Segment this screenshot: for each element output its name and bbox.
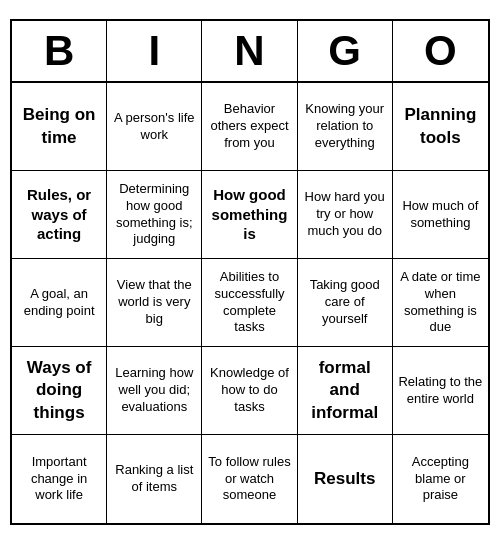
bingo-cell-14: A date or time when something is due [393,259,488,347]
bingo-cell-18: formal and informal [298,347,393,435]
bingo-cell-5: Rules, or ways of acting [12,171,107,259]
bingo-letter-n: N [202,21,297,81]
bingo-cell-7: How good something is [202,171,297,259]
bingo-letter-b: B [12,21,107,81]
bingo-cell-0: Being on time [12,83,107,171]
bingo-cell-6: Determining how good something is; judgi… [107,171,202,259]
bingo-cell-2: Behavior others expect from you [202,83,297,171]
bingo-cell-3: Knowing your relation to everything [298,83,393,171]
bingo-cell-8: How hard you try or how much you do [298,171,393,259]
bingo-letter-o: O [393,21,488,81]
bingo-letter-g: G [298,21,393,81]
bingo-cell-12: Abilities to successfully complete tasks [202,259,297,347]
bingo-cell-23: Results [298,435,393,523]
bingo-grid: Being on timeA person's life workBehavio… [12,83,488,523]
bingo-cell-15: Ways of doing things [12,347,107,435]
bingo-cell-19: Relating to the entire world [393,347,488,435]
bingo-cell-13: Taking good care of yourself [298,259,393,347]
bingo-cell-20: Important change in work life [12,435,107,523]
bingo-cell-24: Accepting blame or praise [393,435,488,523]
bingo-card: BINGO Being on timeA person's life workB… [10,19,490,525]
bingo-cell-17: Knowledge of how to do tasks [202,347,297,435]
bingo-cell-10: A goal, an ending point [12,259,107,347]
bingo-header: BINGO [12,21,488,83]
bingo-cell-21: Ranking a list of items [107,435,202,523]
bingo-cell-9: How much of something [393,171,488,259]
bingo-letter-i: I [107,21,202,81]
bingo-cell-4: Planning tools [393,83,488,171]
bingo-cell-11: View that the world is very big [107,259,202,347]
bingo-cell-16: Learning how well you did; evaluations [107,347,202,435]
bingo-cell-1: A person's life work [107,83,202,171]
bingo-cell-22: To follow rules or watch someone [202,435,297,523]
